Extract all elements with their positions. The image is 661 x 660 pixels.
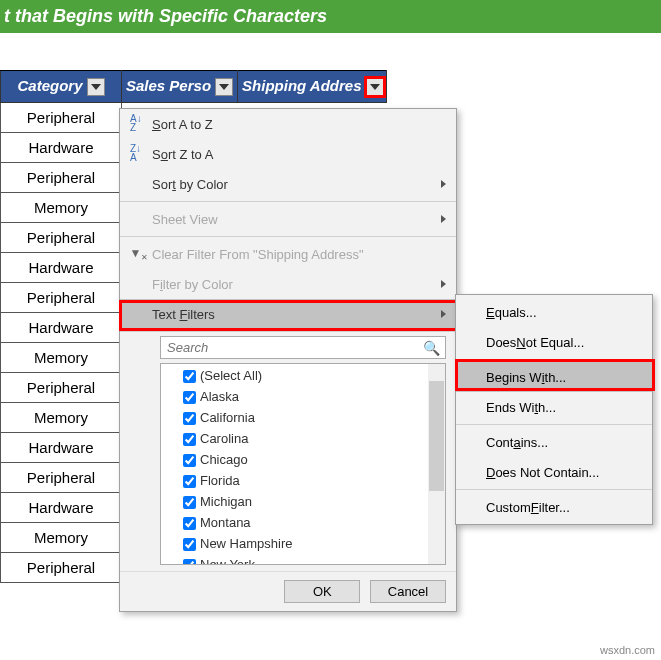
header-label: Sales Perso xyxy=(126,77,211,94)
custom-filter[interactable]: Custom Filter... xyxy=(456,492,652,522)
table-cell[interactable]: Hardware xyxy=(1,493,122,523)
checkbox[interactable] xyxy=(183,559,196,565)
list-item[interactable]: Carolina xyxy=(165,429,441,450)
table-cell[interactable]: Peripheral xyxy=(1,463,122,493)
list-item[interactable]: Montana xyxy=(165,513,441,534)
list-item[interactable]: Florida xyxy=(165,471,441,492)
table-cell[interactable]: Peripheral xyxy=(1,553,122,583)
list-item[interactable]: New York xyxy=(165,555,441,565)
table-cell[interactable]: Memory xyxy=(1,403,122,433)
checkbox[interactable] xyxy=(183,412,196,425)
menu-label: Sort Z to A xyxy=(152,147,450,162)
sort-az[interactable]: A↓Z Sort A to Z xyxy=(120,109,456,139)
list-item[interactable]: Michigan xyxy=(165,492,441,513)
checkbox[interactable] xyxy=(183,496,196,509)
menu-label: Sort A to Z xyxy=(152,117,450,132)
header-sales[interactable]: Sales Perso xyxy=(122,71,238,103)
checkbox[interactable] xyxy=(183,538,196,551)
sort-za[interactable]: Z↓A Sort Z to A xyxy=(120,139,456,169)
filter-listbox[interactable]: (Select All)AlaskaCaliforniaCarolinaChic… xyxy=(160,363,446,565)
scrollbar[interactable] xyxy=(428,364,445,564)
dropdown-icon[interactable] xyxy=(366,78,384,96)
table-cell[interactable]: Peripheral xyxy=(1,373,122,403)
table-cell[interactable]: Memory xyxy=(1,523,122,553)
separator xyxy=(456,424,652,425)
cancel-button[interactable]: Cancel xyxy=(370,580,446,603)
table-cell[interactable]: Hardware xyxy=(1,433,122,463)
list-item[interactable]: Chicago xyxy=(165,450,441,471)
header-category[interactable]: Category xyxy=(1,71,122,103)
table-cell[interactable]: Hardware xyxy=(1,133,122,163)
filter-menu: A↓Z Sort A to Z Z↓A Sort Z to A Sort by … xyxy=(119,108,457,612)
sort-za-icon: Z↓A xyxy=(126,144,152,164)
button-row: OK Cancel xyxy=(120,571,456,611)
contains[interactable]: Contains... xyxy=(456,427,652,457)
list-item[interactable]: California xyxy=(165,408,441,429)
header-label: Shipping Addres xyxy=(242,77,361,94)
search-wrap: 🔍 xyxy=(160,336,446,359)
menu-label: Clear Filter From "Shipping Address" xyxy=(152,247,450,262)
does-not-equal[interactable]: Does Not Equal... xyxy=(456,327,652,357)
table-cell[interactable]: Peripheral xyxy=(1,223,122,253)
list-item[interactable]: Alaska xyxy=(165,387,441,408)
separator xyxy=(456,359,652,360)
table-cell[interactable]: Peripheral xyxy=(1,163,122,193)
page-title: t that Begins with Specific Characters xyxy=(0,0,661,33)
menu-label: Text Filters xyxy=(152,307,450,322)
dropdown-icon[interactable] xyxy=(215,78,233,96)
checkbox[interactable] xyxy=(183,517,196,530)
header-shipping[interactable]: Shipping Addres xyxy=(238,71,386,103)
table-cell[interactable]: Memory xyxy=(1,193,122,223)
table-cell[interactable]: Peripheral xyxy=(1,103,122,133)
search-input[interactable] xyxy=(160,336,446,359)
sheet-view: Sheet View xyxy=(120,204,456,234)
clear-filter: ▼✕ Clear Filter From "Shipping Address" xyxy=(120,239,456,269)
separator xyxy=(120,331,456,332)
dropdown-icon[interactable] xyxy=(87,78,105,96)
sort-az-icon: A↓Z xyxy=(126,114,152,134)
equals[interactable]: Equals... xyxy=(456,297,652,327)
watermark: wsxdn.com xyxy=(600,644,655,656)
ends-with[interactable]: Ends With... xyxy=(456,392,652,422)
sort-by-color[interactable]: Sort by Color xyxy=(120,169,456,199)
checkbox[interactable] xyxy=(183,475,196,488)
menu-label: Sheet View xyxy=(152,212,450,227)
list-item[interactable]: (Select All) xyxy=(165,366,441,387)
header-label: Category xyxy=(17,77,82,94)
separator xyxy=(120,236,456,237)
ok-button[interactable]: OK xyxy=(284,580,360,603)
checkbox[interactable] xyxy=(183,370,196,383)
menu-label: Filter by Color xyxy=(152,277,450,292)
search-icon[interactable]: 🔍 xyxy=(423,340,440,356)
table-cell[interactable]: Hardware xyxy=(1,313,122,343)
filter-by-color: Filter by Color xyxy=(120,269,456,299)
checkbox[interactable] xyxy=(183,391,196,404)
clear-filter-icon: ▼✕ xyxy=(126,246,152,262)
checkbox[interactable] xyxy=(183,454,196,467)
separator xyxy=(456,489,652,490)
table-cell[interactable]: Memory xyxy=(1,343,122,373)
separator xyxy=(120,201,456,202)
begins-with[interactable]: Begins With... xyxy=(456,362,652,392)
table-cell[interactable]: Peripheral xyxy=(1,283,122,313)
scroll-thumb[interactable] xyxy=(429,381,444,491)
menu-label: Sort by Color xyxy=(152,177,450,192)
text-filters[interactable]: Text Filters xyxy=(120,299,456,329)
list-item[interactable]: New Hampshire xyxy=(165,534,441,555)
text-filters-submenu: Equals... Does Not Equal... Begins With.… xyxy=(455,294,653,525)
table-cell[interactable]: Hardware xyxy=(1,253,122,283)
does-not-contain[interactable]: Does Not Contain... xyxy=(456,457,652,487)
checkbox[interactable] xyxy=(183,433,196,446)
